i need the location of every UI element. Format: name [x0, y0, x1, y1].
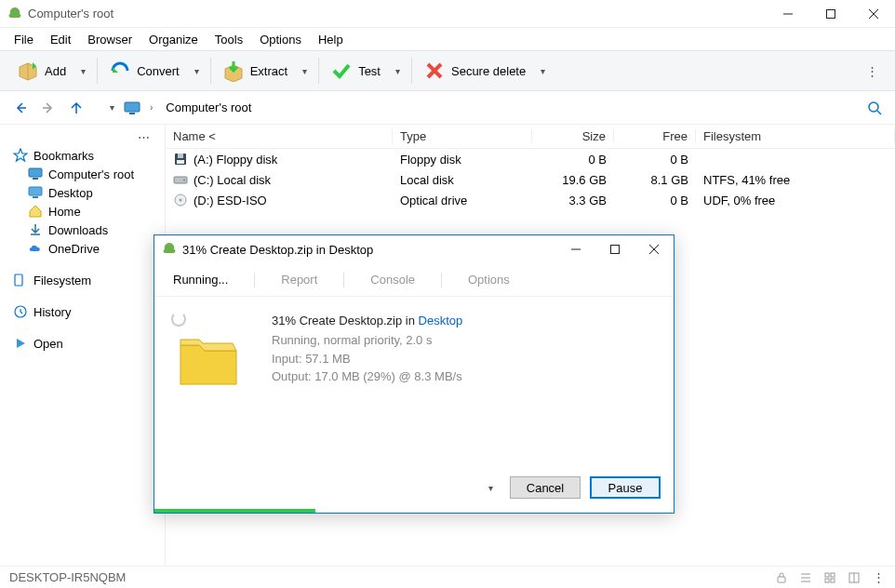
- menu-options[interactable]: Options: [251, 30, 310, 49]
- svg-rect-28: [825, 573, 829, 577]
- row-type: Floppy disk: [393, 153, 532, 167]
- sidebar-item-onedrive[interactable]: OneDrive: [0, 239, 165, 258]
- extract-button[interactable]: Extract: [215, 56, 295, 86]
- test-dropdown[interactable]: ▾: [388, 62, 407, 80]
- view-grid-icon[interactable]: [822, 570, 837, 585]
- table-row[interactable]: (C:) Local disk Local disk 19.6 GB 8.1 G…: [166, 169, 895, 190]
- row-size: 19.6 GB: [532, 173, 614, 187]
- spinner-icon: [171, 312, 186, 327]
- menu-tools[interactable]: Tools: [207, 30, 251, 49]
- view-panel-icon[interactable]: [847, 570, 862, 585]
- folder-icon: [169, 327, 240, 388]
- progress-dialog: 31% Create Desktop.zip in Desktop Runnin…: [154, 234, 675, 514]
- maximize-button[interactable]: [809, 0, 852, 28]
- sidebar-open-label: Open: [33, 337, 63, 351]
- app-icon: [7, 7, 22, 21]
- progress-status: Running, normal priority, 2.0 s: [272, 331, 659, 350]
- sidebar-item-root[interactable]: Computer's root: [0, 165, 165, 183]
- lock-icon[interactable]: [774, 570, 789, 585]
- toolbar-more[interactable]: ⋮: [859, 60, 886, 82]
- secure-delete-button[interactable]: Secure delete: [416, 56, 533, 86]
- dialog-titlebar[interactable]: 31% Create Desktop.zip in Desktop: [154, 235, 674, 263]
- secure-delete-dropdown[interactable]: ▾: [533, 62, 553, 80]
- svg-rect-31: [831, 579, 835, 582]
- dialog-title: 31% Create Desktop.zip in Desktop: [182, 243, 556, 257]
- menu-browser[interactable]: Browser: [79, 30, 140, 49]
- statusbar-more[interactable]: ⋮: [871, 570, 886, 585]
- breadcrumb-separator: ›: [146, 102, 156, 113]
- sidebar-item-desktop[interactable]: Desktop: [0, 183, 165, 202]
- test-label: Test: [358, 64, 381, 78]
- sidebar-bookmarks[interactable]: Bookmarks: [0, 146, 165, 165]
- row-size: 0 B: [532, 153, 614, 167]
- col-free[interactable]: Free: [614, 129, 696, 143]
- test-button[interactable]: Test: [323, 56, 388, 86]
- convert-dropdown[interactable]: ▾: [187, 62, 207, 80]
- chevron-down-icon[interactable]: ▾: [106, 102, 118, 113]
- cancel-button[interactable]: Cancel: [510, 476, 581, 499]
- search-button[interactable]: [863, 97, 886, 119]
- close-button[interactable]: [852, 0, 895, 28]
- sidebar-item-home[interactable]: Home: [0, 202, 165, 220]
- nav-up[interactable]: [65, 97, 87, 119]
- dialog-minimize[interactable]: [556, 236, 595, 262]
- view-list-icon[interactable]: [798, 570, 813, 585]
- clock-icon: [13, 304, 28, 319]
- nav-back[interactable]: [9, 97, 32, 119]
- tab-console[interactable]: Console: [367, 267, 419, 292]
- breadcrumb-location[interactable]: Computer's root: [162, 100, 255, 114]
- row-fs: NTFS, 41% free: [696, 173, 895, 187]
- cloud-icon: [28, 241, 43, 256]
- progress-bar-fill: [154, 509, 315, 513]
- hdd-icon: [173, 172, 188, 187]
- floppy-icon: [173, 152, 188, 167]
- minimize-button[interactable]: [767, 0, 809, 28]
- pause-button[interactable]: Pause: [590, 476, 661, 499]
- toolbar: Add ▾ Convert ▾ Extract ▾ Test ▾ Secure …: [0, 50, 895, 91]
- row-free: 8.1 GB: [614, 173, 696, 187]
- menubar: File Edit Browser Organize Tools Options…: [0, 28, 895, 50]
- table-row[interactable]: (A:) Floppy disk Floppy disk 0 B 0 B: [166, 149, 895, 169]
- footer-dropdown[interactable]: ▾: [481, 479, 501, 497]
- col-type[interactable]: Type: [393, 129, 532, 143]
- add-button[interactable]: Add: [9, 56, 73, 86]
- col-name[interactable]: Name <: [166, 129, 393, 143]
- dialog-close[interactable]: [635, 236, 674, 262]
- table-row[interactable]: (D:) ESD-ISO Optical drive 3.3 GB 0 B UD…: [166, 190, 895, 210]
- convert-button[interactable]: Convert: [101, 56, 187, 86]
- sidebar: ⋯ Bookmarks Computer's root Desktop Home…: [0, 125, 166, 566]
- tab-running[interactable]: Running...: [169, 267, 232, 292]
- add-dropdown[interactable]: ▾: [73, 62, 93, 80]
- sidebar-history-label: History: [33, 305, 71, 319]
- tab-options[interactable]: Options: [464, 267, 514, 292]
- dialog-maximize[interactable]: [595, 236, 635, 262]
- row-type: Optical drive: [393, 194, 532, 207]
- dialog-body: 31% Create Desktop.zip in Desktop Runnin…: [154, 297, 674, 466]
- menu-file[interactable]: File: [6, 30, 42, 49]
- row-fs: UDF, 0% free: [696, 194, 895, 207]
- menu-organize[interactable]: Organize: [140, 30, 207, 49]
- convert-label: Convert: [137, 64, 180, 78]
- col-filesystem[interactable]: Filesystem: [696, 129, 895, 143]
- address-bar: ▾ › Computer's root: [0, 91, 895, 125]
- progress-headline: 31% Create Desktop.zip in Desktop: [272, 312, 659, 327]
- sidebar-open[interactable]: Open: [0, 334, 165, 353]
- destination-link[interactable]: Desktop: [419, 314, 463, 327]
- svg-rect-12: [29, 187, 42, 195]
- menu-help[interactable]: Help: [310, 30, 352, 49]
- col-size[interactable]: Size: [532, 129, 614, 143]
- sidebar-filesystem[interactable]: Filesystem: [0, 271, 165, 289]
- menu-edit[interactable]: Edit: [42, 30, 79, 49]
- svg-point-8: [869, 102, 878, 112]
- sidebar-item-downloads[interactable]: Downloads: [0, 220, 165, 239]
- sidebar-more[interactable]: ⋯: [0, 128, 165, 146]
- nav-forward[interactable]: [37, 97, 60, 119]
- tab-report[interactable]: Report: [277, 267, 321, 292]
- desktop-icon: [28, 185, 43, 200]
- sidebar-history[interactable]: History: [0, 302, 165, 321]
- extract-dropdown[interactable]: ▾: [295, 62, 314, 80]
- extract-icon: [222, 60, 245, 82]
- check-icon: [330, 60, 353, 82]
- sidebar-item-label: Downloads: [48, 223, 108, 237]
- table-header: Name < Type Size Free Filesystem: [166, 125, 895, 149]
